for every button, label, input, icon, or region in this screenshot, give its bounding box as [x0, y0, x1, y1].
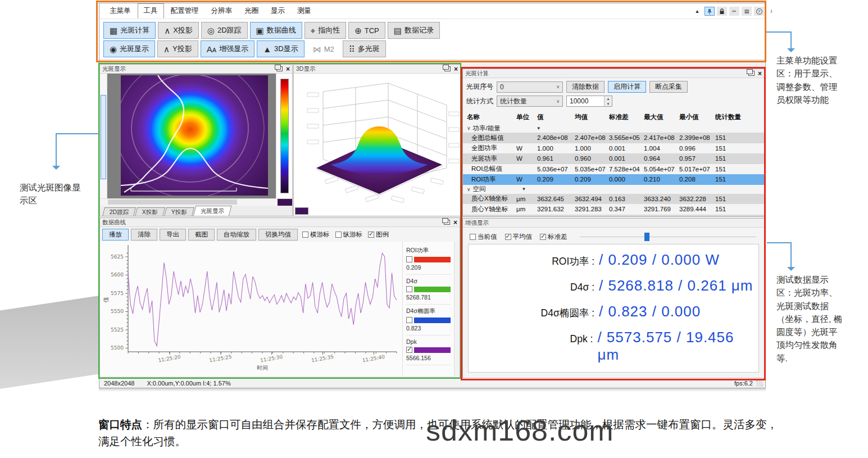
- table-group-row[interactable]: ∨ 功率/能量 ▼: [463, 124, 764, 133]
- play-button[interactable]: 播放: [102, 229, 129, 241]
- beam-calc-button[interactable]: ▦ 光斑计算: [103, 22, 156, 39]
- legend-checkbox[interactable]: [406, 317, 412, 323]
- menu-item[interactable]: 测量: [292, 4, 317, 18]
- beam-2d-image[interactable]: [121, 75, 268, 196]
- spin-down-icon[interactable]: ▼: [605, 101, 612, 106]
- menu-item[interactable]: 光圈: [239, 4, 264, 18]
- 3d-display-button[interactable]: ▲ 3D显示: [257, 40, 304, 57]
- float-window-icon[interactable]: [276, 66, 283, 71]
- vertical-scrollbar[interactable]: [454, 242, 460, 376]
- x-projection-button[interactable]: ∧ X投影: [158, 22, 199, 39]
- y-projection-button[interactable]: ∧ Y投影: [157, 40, 198, 57]
- data-record-button[interactable]: ▤ 数据记录: [388, 22, 440, 39]
- panel-titlebar: 3D显示 ×: [294, 65, 460, 74]
- table-row[interactable]: 质心Y轴坐标 μm 3291.632 3291.283 0.347 3291.7…: [463, 204, 764, 215]
- menu-item[interactable]: 工具: [138, 3, 164, 19]
- menu-item[interactable]: 配置管理: [165, 4, 204, 18]
- table-group-row[interactable]: ∨ 空间 ▼: [463, 185, 764, 194]
- multi-spot-button[interactable]: ⠿ 多光斑: [343, 40, 386, 57]
- stat-mode-select[interactable]: 统计数量∨: [497, 96, 563, 107]
- toolbar-button-label: 增强显示: [219, 44, 248, 54]
- close-icon[interactable]: ×: [453, 219, 457, 226]
- breakpoint-capture-button[interactable]: 断点采集: [649, 81, 688, 93]
- table-row[interactable]: 光斑功率 W 0.961 0.960 0.001 0.964 0.957 151: [463, 153, 764, 164]
- m2-button[interactable]: ⋈ M2: [307, 40, 340, 57]
- beam-display-button[interactable]: ◉ 光斑显示: [103, 40, 155, 57]
- lock-icon[interactable]: [717, 7, 727, 16]
- help-icon[interactable]: ?: [754, 7, 764, 16]
- enhanced-display-button[interactable]: Aᴀ 增强显示: [201, 40, 255, 57]
- legend-checkbox[interactable]: [406, 347, 412, 353]
- checkbox-icon[interactable]: [302, 232, 308, 238]
- checkbox-icon[interactable]: [540, 234, 546, 240]
- font-size-slider[interactable]: [580, 232, 760, 241]
- pointing-button[interactable]: ⌖ 指向性: [305, 22, 346, 39]
- colorbar-column: [276, 74, 292, 198]
- curve-option-checkbox[interactable]: 横游标: [302, 230, 330, 239]
- float-window-icon[interactable]: [444, 220, 450, 225]
- checkbox-icon[interactable]: [470, 234, 476, 240]
- svg-text:5625: 5625: [111, 254, 124, 260]
- menu-item[interactable]: 显示: [265, 4, 290, 18]
- float-window-icon[interactable]: [444, 66, 451, 71]
- toolbar-button-label: 多光斑: [358, 44, 380, 54]
- tcp-button[interactable]: ⊕ TCP: [348, 22, 385, 39]
- close-icon[interactable]: ×: [758, 70, 762, 77]
- scrollbar-thumb[interactable]: [101, 95, 106, 179]
- beam-profile-overlay: [121, 75, 268, 196]
- view-tab[interactable]: 光斑显示: [193, 206, 232, 216]
- toggle-mean-button[interactable]: 切换均值: [258, 229, 298, 241]
- curve-option-checkbox[interactable]: 图例: [368, 230, 389, 239]
- legend-checkbox[interactable]: [406, 286, 412, 292]
- checkbox-icon[interactable]: [368, 232, 374, 238]
- autoscale-button[interactable]: 自动缩放: [217, 229, 256, 241]
- 3d-surface-view[interactable]: [294, 74, 460, 216]
- slider-track[interactable]: [580, 237, 757, 237]
- beam-seq-select[interactable]: 0∨: [497, 81, 563, 93]
- resize-grip[interactable]: [756, 380, 763, 387]
- close-icon[interactable]: ×: [286, 66, 290, 72]
- clear-data-button[interactable]: 清除数据: [566, 81, 605, 93]
- vertical-scrollbar[interactable]: [100, 74, 107, 198]
- checkbox-icon[interactable]: [505, 234, 511, 240]
- table-row[interactable]: 全图总幅值 2.408e+08 2.407e+08 3.565e+05 2.41…: [463, 133, 764, 143]
- scrollbar-thumb[interactable]: [108, 199, 237, 205]
- table-row[interactable]: D4σX μm 5754.711 5754.176 0.401 5755.102…: [463, 215, 764, 217]
- slider-handle[interactable]: [644, 233, 649, 241]
- export-button[interactable]: 导出: [160, 229, 186, 241]
- file-icon[interactable]: ▤: [742, 7, 752, 16]
- annotation-connector: [767, 242, 792, 243]
- collapse-icon[interactable]: ▲: [692, 7, 702, 16]
- legend-checkbox[interactable]: [406, 256, 412, 262]
- table-row[interactable]: ROI总幅值 5.036e+07 5.035e+07 7.528e+04 5.0…: [463, 164, 764, 175]
- clear-button[interactable]: 清除: [131, 229, 157, 241]
- view-tab[interactable]: X投影: [135, 207, 165, 216]
- enable-calc-button[interactable]: 启用计算: [608, 81, 646, 93]
- horizontal-scrollbar[interactable]: [100, 198, 292, 206]
- cut-icon[interactable]: ✂: [729, 7, 739, 16]
- checkbox-icon[interactable]: [335, 232, 342, 238]
- screenshot-button[interactable]: 截图: [188, 229, 215, 241]
- view-tab[interactable]: 2D跟踪: [102, 207, 136, 216]
- enhanced-option-checkbox[interactable]: 标准差: [540, 233, 567, 241]
- table-row[interactable]: 质心X轴坐标 μm 3632.645 3632.494 0.163 3633.2…: [463, 194, 764, 205]
- info-icon[interactable]: i: [766, 7, 776, 16]
- view-tab[interactable]: Y投影: [164, 207, 194, 216]
- 2d-tracking-button[interactable]: ◎ 2D跟踪: [201, 22, 248, 39]
- data-curve-button[interactable]: ▣ 数据曲线: [250, 22, 302, 39]
- menu-item[interactable]: 主菜单: [104, 4, 137, 18]
- enhanced-option-checkbox[interactable]: 平均值: [505, 233, 533, 241]
- spin-up-icon[interactable]: ▲: [605, 96, 612, 101]
- table-row[interactable]: 全图功率 W 1.000 1.000 0.001 1.004 0.996 151: [463, 143, 764, 154]
- close-icon[interactable]: ×: [454, 66, 458, 72]
- pin-icon[interactable]: [705, 7, 715, 16]
- menu-item[interactable]: 分辨率: [206, 4, 238, 18]
- float-window-icon[interactable]: [748, 71, 755, 76]
- table-row[interactable]: ROI功率 W 0.209 0.209 0.000 0.210 0.208 15…: [463, 174, 764, 185]
- svg-text:5500: 5500: [111, 345, 124, 351]
- legend-color-bar: [414, 257, 451, 262]
- enhanced-option-checkbox[interactable]: 当前值: [470, 233, 497, 241]
- sample-count-stepper[interactable]: 10000 ▲▼: [566, 96, 612, 107]
- trend-chart[interactable]: 55005525555055755600562511:25:2011:25:25…: [100, 242, 402, 376]
- curve-option-checkbox[interactable]: 纵游标: [335, 230, 363, 239]
